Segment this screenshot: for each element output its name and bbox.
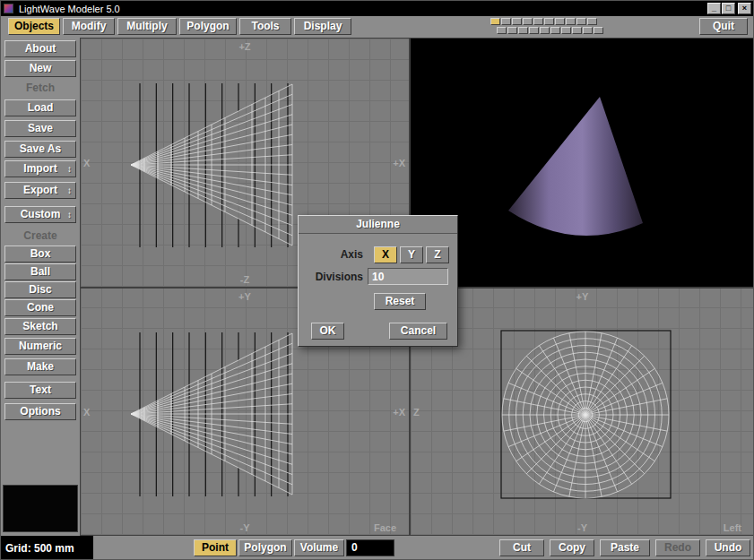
sidebar-button-disc[interactable]: Disc bbox=[4, 281, 76, 298]
view-name-label: Face bbox=[374, 522, 396, 533]
preset-button[interactable] bbox=[587, 18, 597, 25]
selection-count-field[interactable]: 0 bbox=[346, 539, 394, 556]
grid-size-display: Grid: 500 mm bbox=[1, 536, 93, 560]
divisions-label: Divisions bbox=[299, 271, 363, 283]
button-label: Export bbox=[23, 184, 57, 196]
sidebar-button-new[interactable]: New bbox=[4, 60, 76, 77]
preset-button[interactable] bbox=[576, 18, 586, 25]
undo-button[interactable]: Undo bbox=[706, 539, 750, 556]
sidebar-button-text[interactable]: Text bbox=[4, 382, 76, 399]
axis-label-bottom: -Y bbox=[81, 522, 409, 533]
axis-z-button[interactable]: Z bbox=[426, 246, 449, 263]
axis-label: Axis bbox=[299, 248, 363, 261]
view-name-label: Left bbox=[724, 522, 741, 533]
wireframe-cone-left bbox=[411, 289, 754, 535]
title-bar[interactable]: LightWave Modeler 5.0 _ □ × bbox=[1, 1, 753, 16]
menu-tab-polygon[interactable]: Polygon bbox=[179, 18, 237, 35]
paste-button[interactable]: Paste bbox=[600, 539, 650, 556]
sidebar-button-custom[interactable]: Custom ↕ bbox=[4, 206, 76, 223]
sidebar-button-cone[interactable]: Cone bbox=[4, 299, 76, 316]
menu-tab-display[interactable]: Display bbox=[294, 18, 351, 35]
redo-button: Redo bbox=[655, 539, 700, 556]
sidebar-button-save-as[interactable]: Save As bbox=[4, 141, 76, 158]
minimize-icon[interactable]: _ bbox=[707, 3, 721, 14]
app-icon bbox=[4, 4, 13, 13]
preset-row-top bbox=[490, 18, 604, 26]
axis-label-top: +Z bbox=[81, 41, 409, 52]
axis-label-left: X bbox=[83, 407, 90, 418]
axis-label-bottom: -Y bbox=[411, 522, 754, 533]
ok-button[interactable]: OK bbox=[311, 323, 344, 340]
preset-button[interactable] bbox=[561, 27, 571, 34]
menu-bar: Objects Modify Multiply Polygon Tools Di… bbox=[1, 16, 753, 38]
preset-button[interactable] bbox=[544, 18, 554, 25]
dialog-title: Julienne bbox=[299, 216, 457, 234]
mode-volume-button[interactable]: Volume bbox=[294, 539, 344, 556]
cancel-button[interactable]: Cancel bbox=[389, 323, 447, 340]
preset-button[interactable] bbox=[594, 27, 603, 34]
close-icon[interactable]: × bbox=[738, 3, 751, 14]
sidebar-button-sketch[interactable]: Sketch bbox=[4, 318, 76, 335]
julienne-dialog: Julienne Axis X Y Z Divisions Reset OK C… bbox=[298, 215, 458, 347]
preset-button[interactable] bbox=[507, 27, 517, 34]
window-controls: _ □ × bbox=[706, 3, 751, 14]
preset-button-grid bbox=[490, 18, 604, 36]
preset-button[interactable] bbox=[550, 27, 560, 34]
preset-button[interactable] bbox=[572, 27, 582, 34]
maximize-icon[interactable]: □ bbox=[722, 3, 735, 14]
sidebar-section-create: Create bbox=[4, 228, 76, 244]
menu-tab-objects[interactable]: Objects bbox=[8, 18, 60, 35]
popup-arrows-icon: ↕ bbox=[67, 184, 72, 197]
button-label: Custom bbox=[21, 208, 61, 220]
sidebar-button-numeric[interactable]: Numeric bbox=[4, 338, 76, 355]
preset-button[interactable] bbox=[566, 18, 576, 25]
mode-point-button[interactable]: Point bbox=[194, 539, 237, 556]
preset-button[interactable] bbox=[518, 27, 528, 34]
preset-button[interactable] bbox=[512, 18, 522, 25]
axis-label-left: Z bbox=[413, 407, 420, 418]
preset-button[interactable] bbox=[523, 18, 533, 25]
reset-button[interactable]: Reset bbox=[374, 293, 426, 310]
divisions-input[interactable] bbox=[368, 268, 448, 285]
preset-button[interactable] bbox=[501, 18, 511, 25]
sidebar: About New Fetch Load Save Save As Import… bbox=[1, 38, 80, 536]
app-window: LightWave Modeler 5.0 _ □ × Objects Modi… bbox=[0, 0, 754, 560]
sidebar-button-about[interactable]: About bbox=[4, 40, 76, 57]
axis-label-left: X bbox=[83, 158, 90, 168]
color-swatch bbox=[3, 485, 78, 532]
preset-button[interactable] bbox=[540, 27, 550, 34]
sidebar-button-import[interactable]: Import ↕ bbox=[4, 160, 76, 177]
cut-button[interactable]: Cut bbox=[499, 539, 544, 556]
button-label: Import bbox=[23, 162, 56, 175]
sidebar-button-ball[interactable]: Ball bbox=[4, 263, 76, 280]
sidebar-button-make[interactable]: Make bbox=[4, 358, 76, 375]
preset-button[interactable] bbox=[583, 27, 593, 34]
popup-arrows-icon: ↕ bbox=[67, 208, 72, 221]
menu-tab-tools[interactable]: Tools bbox=[239, 18, 291, 35]
preset-button[interactable] bbox=[555, 18, 565, 25]
copy-button[interactable]: Copy bbox=[550, 539, 594, 556]
axis-label-right: +X bbox=[393, 407, 405, 418]
menu-tab-modify[interactable]: Modify bbox=[63, 18, 115, 35]
sidebar-button-load[interactable]: Load bbox=[4, 99, 76, 116]
viewport-preview[interactable] bbox=[411, 39, 754, 287]
sidebar-button-fetch: Fetch bbox=[4, 81, 76, 96]
viewport-left-view[interactable]: +Y Z -Y Left bbox=[411, 289, 754, 535]
axis-label-right: +X bbox=[393, 158, 405, 168]
axis-x-button[interactable]: X bbox=[374, 246, 397, 263]
popup-arrows-icon: ↕ bbox=[67, 162, 72, 176]
preset-button[interactable] bbox=[533, 18, 543, 25]
menu-tab-multiply[interactable]: Multiply bbox=[117, 18, 177, 35]
cone-shape bbox=[508, 97, 643, 236]
sidebar-button-options[interactable]: Options bbox=[4, 403, 76, 420]
status-bar: Grid: 500 mm Point Polygon Volume 0 Cut … bbox=[1, 536, 753, 560]
sidebar-button-export[interactable]: Export ↕ bbox=[4, 182, 76, 199]
preset-button[interactable] bbox=[490, 18, 500, 25]
preset-button[interactable] bbox=[497, 27, 507, 34]
sidebar-button-box[interactable]: Box bbox=[4, 246, 76, 263]
axis-y-button[interactable]: Y bbox=[400, 246, 423, 263]
quit-button[interactable]: Quit bbox=[699, 18, 748, 35]
sidebar-button-save[interactable]: Save bbox=[4, 120, 76, 137]
preset-button[interactable] bbox=[529, 27, 539, 34]
mode-polygon-button[interactable]: Polygon bbox=[238, 539, 292, 556]
